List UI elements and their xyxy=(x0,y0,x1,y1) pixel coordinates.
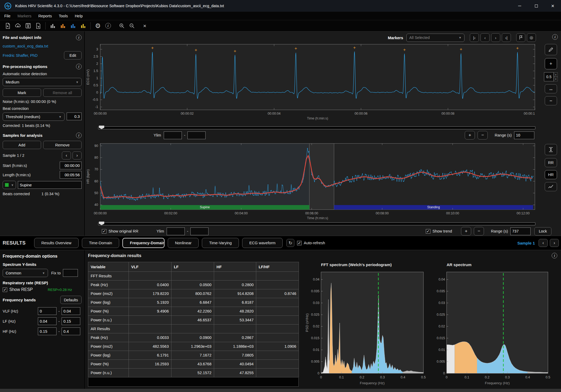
beat-correction-dropdown[interactable]: Threshold (medium)▼ xyxy=(3,113,65,121)
close-button[interactable]: × xyxy=(544,0,561,12)
rr-view-button[interactable]: RR xyxy=(545,158,557,167)
frequency-domain-button[interactable] xyxy=(68,21,78,30)
ecg-scroll-handle[interactable] xyxy=(99,126,104,129)
mark-button[interactable]: Mark xyxy=(3,89,41,97)
lock-button[interactable]: Lock xyxy=(534,227,551,235)
settings-button[interactable]: ⚙ xyxy=(93,21,103,30)
fft-spectrum-chart[interactable]: 00.0050.010.0150.020.0250.030.0350.0400.… xyxy=(304,270,429,389)
add-beat-button[interactable]: + xyxy=(545,58,557,69)
export-file-button[interactable] xyxy=(33,21,43,30)
tab-time-domain[interactable]: Time-Domain xyxy=(82,238,119,248)
table-row[interactable]: Power (%)9.490642.226048.2820 xyxy=(88,307,299,316)
length-time-input[interactable] xyxy=(60,171,82,179)
hr-zoom-in-button[interactable]: + xyxy=(461,227,471,235)
tab-frequency-domain[interactable]: Frequency-Domain xyxy=(122,238,165,248)
edit-button[interactable]: Edit xyxy=(64,51,82,59)
ecg-zoom-in-button[interactable]: + xyxy=(465,131,475,139)
time-domain-button[interactable] xyxy=(58,21,68,30)
ecg-chart[interactable]: ++++++++32.521.510.50-0.5-100:00:0000:00… xyxy=(85,41,540,126)
subject-name-link[interactable]: Fredric Shaffer, PhD xyxy=(3,53,38,58)
tab-time-varying[interactable]: Time-Varying xyxy=(202,238,239,248)
hf-to-input[interactable] xyxy=(62,327,80,335)
zoom-in-button[interactable] xyxy=(117,21,127,30)
info-icon[interactable]: i xyxy=(76,133,82,138)
results-overview-button[interactable] xyxy=(48,21,58,30)
hr-scrollbar[interactable] xyxy=(98,222,535,225)
about-button[interactable]: i xyxy=(103,21,113,30)
vlf-to-input[interactable] xyxy=(62,307,80,315)
tab-nonlinear[interactable]: Nonlinear xyxy=(168,238,199,248)
lf-from-input[interactable] xyxy=(38,317,57,325)
maximize-button[interactable] xyxy=(528,0,544,12)
table-row[interactable]: Peak (Hz)0.00330.09000.2867 xyxy=(88,333,299,342)
cloud-sync-button[interactable] xyxy=(13,21,23,30)
defaults-button[interactable]: Defaults xyxy=(60,296,82,304)
results-prev-sample-button[interactable]: ‹ xyxy=(539,239,548,247)
open-file-button[interactable] xyxy=(3,21,13,30)
info-icon[interactable]: i xyxy=(76,64,82,69)
hr-scroll-handle[interactable] xyxy=(99,222,104,225)
fit-horizontal-button[interactable]: ↔ xyxy=(545,84,557,93)
ylimits-mode-dropdown[interactable]: Common▼ xyxy=(3,269,48,277)
remove-all-button[interactable]: Remove all xyxy=(43,89,82,97)
refresh-button[interactable]: ↻ xyxy=(286,239,294,247)
hr-zoom-out-button[interactable]: − xyxy=(474,227,484,235)
start-time-input[interactable] xyxy=(60,162,82,169)
show-original-rr-checkbox[interactable]: ✓Show original RR xyxy=(102,229,138,234)
info-icon[interactable]: i xyxy=(76,35,82,40)
edit-beats-button[interactable] xyxy=(545,44,557,55)
hr-view-button[interactable]: HR xyxy=(545,170,557,179)
hr-ylim-min-input[interactable] xyxy=(167,227,185,235)
ar-spectrum-chart[interactable]: 00.0050.010.0150.020.0250.030.0350.0400.… xyxy=(429,270,557,389)
minimize-button[interactable]: ─ xyxy=(511,0,528,12)
results-next-sample-button[interactable]: › xyxy=(550,239,559,247)
ecg-zoom-out-button[interactable]: − xyxy=(478,131,488,139)
remove-sample-button[interactable]: Remove xyxy=(43,141,82,149)
remove-beat-button[interactable]: − xyxy=(545,96,557,105)
hf-from-input[interactable] xyxy=(38,327,57,335)
ecg-scale-spinner[interactable]: 0.5 ▲▼ xyxy=(544,72,558,81)
results-info-button[interactable]: i xyxy=(552,253,557,258)
close-analysis-button[interactable]: × xyxy=(140,21,150,30)
auto-refresh-checkbox[interactable]: ✓Auto-refresh xyxy=(297,241,325,245)
vlf-from-input[interactable] xyxy=(38,307,57,315)
show-resp-checkbox[interactable]: ✓Show RESP xyxy=(3,287,33,292)
file-name-link[interactable]: custom_ascii_ecg_data.txt xyxy=(3,44,48,48)
noise-level-dropdown[interactable]: Medium▼ xyxy=(3,78,82,86)
hr-ylim-max-input[interactable] xyxy=(190,227,209,235)
tab-results-overview[interactable]: Results Overview xyxy=(34,238,79,248)
ecg-ylim-max-input[interactable] xyxy=(187,131,206,139)
menu-reports[interactable]: Reports xyxy=(38,14,52,18)
ecg-ylim-min-input[interactable] xyxy=(164,131,182,139)
add-sample-button[interactable]: Add xyxy=(3,141,41,149)
zoom-out-button[interactable] xyxy=(127,21,137,30)
ecg-scale-value[interactable]: 0.5 xyxy=(544,72,554,81)
table-row[interactable]: Power (n.u.)46.653753.3447 xyxy=(88,316,299,325)
menu-tools[interactable]: Tools xyxy=(59,14,68,18)
spinner-down-icon[interactable]: ▼ xyxy=(554,77,558,81)
ecg-scrollbar[interactable] xyxy=(98,126,535,129)
fix-to-input[interactable] xyxy=(63,269,78,277)
table-row[interactable]: AR Results xyxy=(88,325,299,333)
table-row[interactable]: Power (log)6.17917.16727.0805 xyxy=(88,351,299,360)
ecg-range-input[interactable] xyxy=(514,131,534,139)
table-row[interactable]: Power (ms2)179.8220800.0762914.82080.874… xyxy=(88,289,299,298)
tab-ecg-waveform[interactable]: ECG waveform xyxy=(242,238,283,248)
bottom-scroll-strip[interactable] xyxy=(0,389,561,392)
hr-range-input[interactable] xyxy=(510,227,531,235)
chart-info-button[interactable]: i xyxy=(552,34,558,40)
trend-view-button[interactable] xyxy=(545,182,557,191)
next-sample-button[interactable]: › xyxy=(73,151,82,159)
table-row[interactable]: Power (ms2)482.55631.2963e+031.1886e+031… xyxy=(88,342,299,351)
sample-name-input[interactable] xyxy=(18,181,82,189)
spinner-up-icon[interactable]: ▲ xyxy=(554,72,558,77)
menu-file[interactable]: File xyxy=(4,14,10,18)
threshold-input[interactable] xyxy=(67,113,82,120)
fit-vertical-button[interactable] xyxy=(545,144,557,155)
show-trend-checkbox[interactable]: ✓Show trend xyxy=(426,229,452,234)
prev-sample-button[interactable]: ‹ xyxy=(62,151,71,159)
hr-chart[interactable]: SupineStanding90807060504000:00:0000:02:… xyxy=(85,141,540,221)
sample-color-dropdown[interactable]: ▼ xyxy=(3,181,16,189)
table-row[interactable]: Power (log)5.19206.68476.8187 xyxy=(88,298,299,307)
table-row[interactable]: Power (%)16.259343.676840.0494 xyxy=(88,360,299,369)
